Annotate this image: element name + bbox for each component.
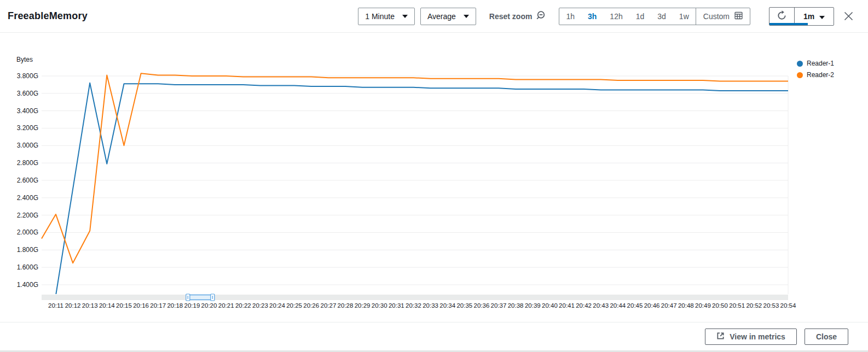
time-range-1h[interactable]: 1h	[559, 8, 581, 25]
external-link-icon	[716, 332, 725, 342]
metric-detail-dialog: FreeableMemory 1 Minute Average Reset zo…	[0, 0, 868, 352]
auto-refresh-group: 1m	[769, 7, 834, 26]
y-axis-label: 1.400G	[17, 281, 38, 289]
x-axis-label: 20:19	[184, 302, 200, 309]
auto-refresh-progress-bar	[769, 23, 808, 25]
x-axis-label: 20:49	[695, 302, 711, 309]
x-axis-label: 20:54	[780, 302, 796, 309]
custom-range-button[interactable]: Custom	[696, 8, 750, 25]
chart-area: Bytes 3.800G3.600G3.400G3.200G3.000G2.80…	[0, 33, 868, 322]
zoom-window-selection[interactable]	[188, 295, 212, 300]
close-button[interactable]: Close	[805, 328, 848, 345]
x-axis-label: 20:11	[48, 302, 63, 309]
legend-dot-reader-1	[797, 61, 803, 67]
x-axis-label: 20:33	[423, 302, 438, 309]
x-axis-label: 20:26	[303, 302, 319, 309]
series-line-reader-1	[42, 83, 788, 323]
time-range-12h[interactable]: 12h	[603, 8, 629, 25]
dialog-footer: View in metrics Close	[0, 322, 868, 350]
y-axis-label: 3.600G	[17, 90, 38, 97]
x-axis-label: 20:12	[65, 302, 81, 309]
x-axis-label: 20:53	[763, 302, 779, 309]
pan-scrollbar[interactable]	[42, 294, 788, 301]
x-axis-label: 20:52	[746, 302, 762, 309]
y-axis-label: 1.800G	[17, 246, 38, 254]
x-axis-label: 20:23	[252, 302, 268, 309]
x-axis-label: 20:35	[456, 302, 472, 309]
chevron-down-icon	[402, 15, 408, 18]
legend-label: Reader-2	[807, 71, 834, 79]
zoom-out-icon	[536, 10, 546, 22]
x-axis-label: 20:22	[235, 302, 251, 309]
x-axis-label: 20:25	[286, 302, 302, 309]
x-axis-label: 20:43	[593, 302, 609, 309]
reset-zoom-button[interactable]: Reset zoom	[489, 10, 546, 22]
time-range-group: 1h 3h 12h 1d 3d 1w Custom	[559, 8, 750, 25]
y-axis-labels: 3.800G3.600G3.400G3.200G3.000G2.800G2.60…	[17, 72, 38, 289]
gridlines	[42, 76, 788, 294]
chevron-down-icon	[464, 15, 469, 18]
x-axis-label: 20:16	[133, 302, 149, 309]
x-axis-label: 20:28	[338, 302, 354, 309]
x-axis-label: 20:21	[218, 302, 234, 309]
x-axis-label: 20:51	[729, 302, 745, 309]
period-select[interactable]: 1 Minute	[358, 8, 415, 25]
y-axis-label: 2.600G	[17, 177, 38, 184]
x-axis-label: 20:24	[269, 302, 285, 309]
x-axis-label: 20:44	[610, 302, 626, 309]
series-line-reader-2	[42, 73, 788, 263]
x-axis-label: 20:45	[627, 302, 643, 309]
x-axis-label: 20:13	[82, 302, 98, 309]
custom-range-label: Custom	[703, 12, 730, 21]
y-axis-label: 2.400G	[17, 194, 38, 202]
calendar-icon	[734, 11, 743, 21]
metric-chart[interactable]: Bytes 3.800G3.600G3.400G3.200G3.000G2.80…	[0, 33, 868, 323]
y-axis-label: 2.200G	[17, 212, 38, 219]
time-range-3d[interactable]: 3d	[651, 8, 673, 25]
y-axis-label: 3.200G	[17, 124, 38, 132]
y-axis-unit-label: Bytes	[16, 56, 33, 63]
x-axis-label: 20:37	[491, 302, 507, 309]
x-axis-label: 20:40	[542, 302, 558, 309]
x-axis-label: 20:36	[474, 302, 490, 309]
y-axis-label: 1.600G	[17, 263, 38, 271]
view-in-metrics-button[interactable]: View in metrics	[705, 328, 797, 345]
x-axis-label: 20:17	[150, 302, 166, 309]
x-axis-label: 20:29	[355, 302, 371, 309]
refresh-icon	[777, 10, 787, 22]
x-axis-label: 20:48	[678, 302, 694, 309]
statistic-select-value: Average	[427, 12, 456, 21]
page-title: FreeableMemory	[8, 10, 88, 22]
x-axis-label: 20:31	[389, 302, 404, 309]
y-axis-label: 3.000G	[17, 142, 38, 149]
x-axis-label: 20:50	[712, 302, 728, 309]
x-axis-label: 20:30	[372, 302, 387, 309]
close-icon[interactable]	[842, 10, 855, 23]
x-axis-label: 20:20	[201, 302, 217, 309]
x-axis-label: 20:15	[116, 302, 132, 309]
x-axis-label: 20:27	[321, 302, 337, 309]
x-axis-label: 20:46	[644, 302, 660, 309]
chart-legend: Reader-1 Reader-2	[797, 60, 834, 79]
period-select-value: 1 Minute	[365, 12, 395, 21]
statistic-select[interactable]: Average	[420, 8, 476, 25]
legend-item-reader-2[interactable]: Reader-2	[797, 71, 834, 79]
time-range-3h[interactable]: 3h	[581, 8, 603, 25]
y-axis-label: 2.000G	[17, 228, 38, 236]
x-axis-label: 20:18	[167, 302, 183, 309]
chevron-down-icon	[819, 12, 825, 21]
y-axis-label: 3.800G	[17, 72, 38, 80]
x-axis-label: 20:42	[576, 302, 592, 309]
legend-label: Reader-1	[807, 60, 834, 67]
legend-item-reader-1[interactable]: Reader-1	[797, 60, 834, 67]
x-axis-label: 20:41	[559, 302, 575, 309]
time-range-1d[interactable]: 1d	[629, 8, 651, 25]
y-axis-label: 2.800G	[17, 159, 38, 167]
x-axis-label: 20:32	[406, 302, 421, 309]
x-axis-label: 20:14	[99, 302, 115, 309]
view-in-metrics-label: View in metrics	[730, 332, 785, 341]
x-axis-label: 20:39	[525, 302, 541, 309]
y-axis-label: 3.400G	[17, 107, 38, 115]
x-axis-label: 20:38	[508, 302, 524, 309]
time-range-1w[interactable]: 1w	[673, 8, 696, 25]
